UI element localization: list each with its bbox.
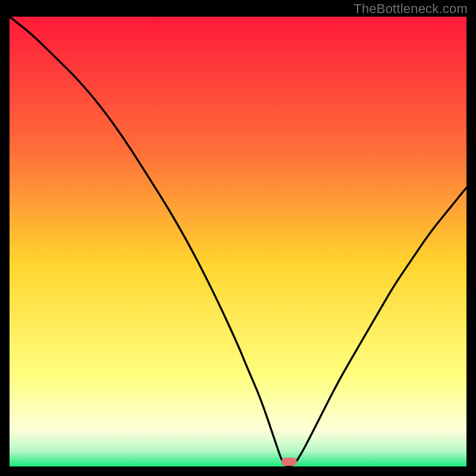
chart-svg [10, 17, 466, 466]
optimal-point-marker [281, 458, 297, 466]
chart-container: TheBottleneck.com [0, 0, 476, 476]
plot-area [10, 17, 466, 466]
gradient-background [10, 17, 466, 466]
watermark-text: TheBottleneck.com [353, 1, 468, 17]
